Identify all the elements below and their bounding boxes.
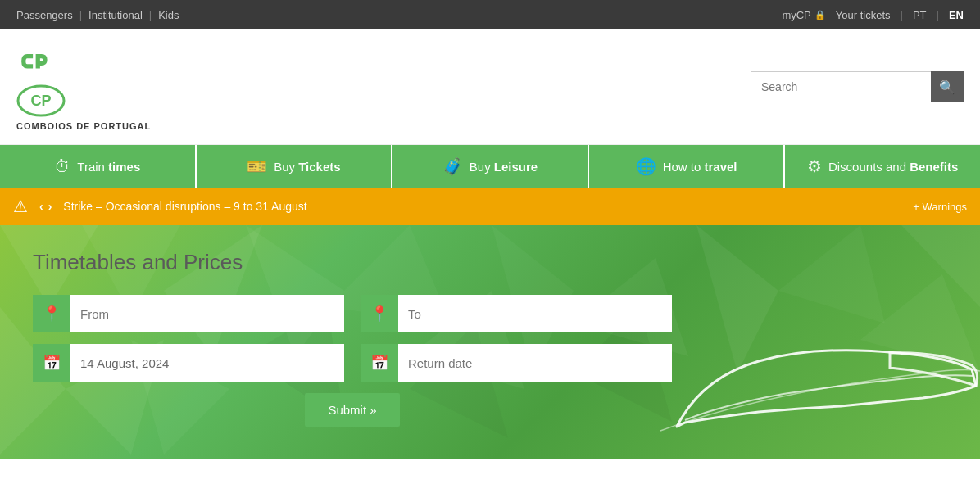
mycp-area: myCP 🔒: [782, 9, 825, 21]
submit-button[interactable]: Submit »: [305, 393, 399, 427]
lock-icon: 🔒: [814, 10, 826, 20]
return-field: 📅: [361, 344, 672, 382]
from-field: 📍: [33, 295, 344, 332]
calendar-return-icon: 📅: [370, 354, 388, 372]
nav-item-discounts-benefits[interactable]: ⚙ Discounts and Benefits: [785, 145, 980, 188]
to-field: 📍: [361, 295, 672, 332]
nav-item-buy-tickets[interactable]: 🎫 Buy Tickets: [197, 145, 393, 188]
nav-item-how-to-travel[interactable]: 🌐 How to travel: [589, 145, 786, 188]
warning-bar: ⚠ ‹ › Strike – Occasional disruptions – …: [0, 188, 980, 225]
nav-item-train-times[interactable]: ⏱ Train times: [0, 145, 197, 188]
calendar-depart-icon: 📅: [43, 354, 61, 372]
search-area: 🔍: [751, 71, 964, 102]
nav-icon-3: 🌐: [636, 156, 656, 176]
cp-logo[interactable]: [16, 43, 74, 84]
passengers-link[interactable]: Passengers: [16, 9, 73, 21]
your-tickets-link[interactable]: Your tickets: [836, 9, 891, 21]
nav-label-4: Discounts and Benefits: [828, 160, 958, 174]
nav-menu: ⏱ Train times 🎫 Buy Tickets 🧳 Buy Leisur…: [0, 145, 980, 188]
kids-link[interactable]: Kids: [158, 9, 179, 21]
institutional-link[interactable]: Institutional: [88, 9, 143, 21]
submit-area: Submit »: [33, 393, 672, 427]
search-input[interactable]: [751, 71, 931, 102]
svg-text:CP: CP: [30, 93, 51, 109]
logo-text: COMBOIOS DE PORTUGAL: [16, 121, 151, 131]
submit-row: Submit »: [33, 393, 947, 427]
warning-text: Strike – Occasional disruptions – 9 to 3…: [63, 200, 905, 213]
date-field: 📅: [33, 344, 344, 382]
lang-separator-2: |: [937, 9, 939, 21]
search-icon: 🔍: [939, 79, 955, 95]
return-input[interactable]: [398, 344, 672, 382]
date-input[interactable]: [70, 344, 344, 382]
calendar-icon: 📅: [33, 344, 70, 382]
top-bar-right: myCP 🔒 Your tickets | PT | EN: [782, 9, 964, 21]
from-icon: 📍: [33, 295, 70, 332]
nav-label-2: Buy Leisure: [470, 160, 538, 174]
warnings-more-link[interactable]: + Warnings: [913, 201, 967, 213]
section-title: Timetables and Prices: [33, 250, 947, 275]
header: CP COMBOIOS DE PORTUGAL 🔍: [0, 29, 980, 145]
to-input[interactable]: [398, 295, 672, 332]
separator-2: |: [149, 9, 152, 21]
lang-pt-link[interactable]: PT: [913, 9, 927, 21]
return-calendar-icon: 📅: [361, 344, 398, 382]
nav-label-1: Buy Tickets: [274, 160, 340, 174]
nav-icon-4: ⚙: [807, 156, 822, 176]
nav-icon-1: 🎫: [247, 156, 267, 176]
lang-separator: |: [901, 9, 903, 21]
warning-prev-button[interactable]: ‹: [39, 200, 43, 213]
date-return-row: 📅 📅: [33, 344, 947, 382]
warning-nav: ‹ ›: [39, 200, 52, 213]
from-to-row: 📍 📍: [33, 295, 947, 332]
top-bar-left: Passengers | Institutional | Kids: [16, 9, 179, 21]
search-button[interactable]: 🔍: [931, 71, 964, 102]
nav-label-3: How to travel: [663, 160, 737, 174]
to-icon: 📍: [361, 295, 398, 332]
logo-area: CP COMBOIOS DE PORTUGAL: [16, 43, 151, 131]
lang-en-link[interactable]: EN: [949, 9, 964, 21]
nav-label-0: Train times: [77, 160, 140, 174]
mycp-link[interactable]: myCP: [782, 9, 810, 21]
nav-item-buy-leisure[interactable]: 🧳 Buy Leisure: [392, 145, 589, 188]
from-input[interactable]: [70, 295, 344, 332]
cp-logo-graphic: CP: [16, 84, 66, 118]
nav-icon-2: 🧳: [442, 156, 463, 176]
warning-next-button[interactable]: ›: [48, 200, 52, 213]
separator-1: |: [79, 9, 82, 21]
location-from-icon: 📍: [43, 305, 61, 323]
nav-icon-0: ⏱: [54, 157, 70, 176]
top-bar: Passengers | Institutional | Kids myCP 🔒…: [0, 0, 980, 29]
warning-icon: ⚠: [13, 197, 28, 216]
main-section: Timetables and Prices 📍 📍 📅: [0, 225, 980, 459]
location-to-icon: 📍: [370, 305, 388, 323]
